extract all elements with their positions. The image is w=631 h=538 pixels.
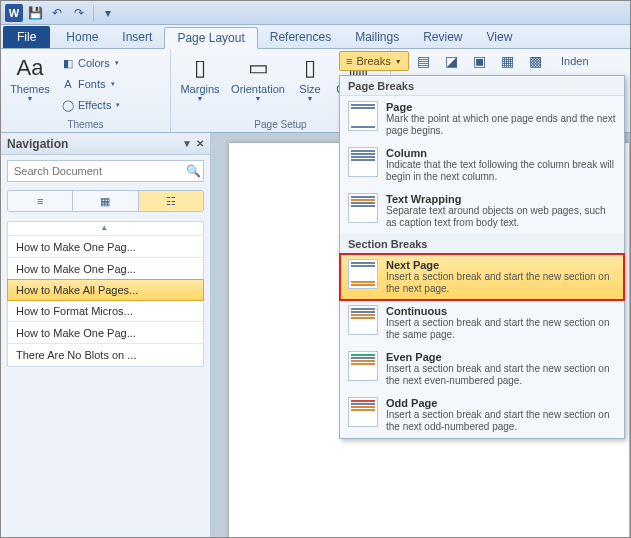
column-break-icon <box>348 147 378 177</box>
nav-view-tabs: ≡ ▦ ☷ <box>7 190 204 212</box>
orientation-icon: ▭ <box>243 53 273 83</box>
size-button[interactable]: ▯Size▼ <box>291 51 329 104</box>
page-breaks-section-header: Page Breaks <box>340 76 624 96</box>
effects-icon: ◯ <box>61 98 75 112</box>
even-page-break-icon <box>348 351 378 381</box>
nav-collapse-icon[interactable]: ▴ <box>8 222 203 236</box>
size-icon: ▯ <box>295 53 325 83</box>
size-label: Size <box>299 83 320 95</box>
tab-home[interactable]: Home <box>54 26 110 48</box>
tab-references[interactable]: References <box>258 26 343 48</box>
break-title: Page <box>386 101 616 113</box>
theme-fonts-button[interactable]: AFonts▾ <box>61 74 120 94</box>
theme-effects-button[interactable]: ◯Effects▾ <box>61 95 120 115</box>
nav-item-selected[interactable]: How to Make All Pages... <box>7 279 204 301</box>
tab-file[interactable]: File <box>3 26 50 48</box>
breaks-dropdown-menu: Page Breaks PageMark the point at which … <box>339 75 625 439</box>
break-desc: Indicate that the text following the col… <box>386 159 616 183</box>
odd-page-break-icon <box>348 397 378 427</box>
break-title: Even Page <box>386 351 616 363</box>
orientation-label: Orientation <box>231 83 285 95</box>
break-desc: Insert a section break and start the new… <box>386 363 616 387</box>
breaks-label: Breaks <box>356 55 390 67</box>
ribbon-tabs: File Home Insert Page Layout References … <box>1 25 630 49</box>
theme-colors-button[interactable]: ◧Colors▾ <box>61 53 120 73</box>
qat-customize-icon[interactable]: ▾ <box>98 4 118 22</box>
navigation-pane: Navigation ▼ ✕ 🔍 ≡ ▦ ☷ ▴ How to Make One… <box>1 133 211 537</box>
break-page[interactable]: PageMark the point at which one page end… <box>340 96 624 142</box>
palette-icon: ◧ <box>61 56 75 70</box>
break-desc: Mark the point at which one page ends an… <box>386 113 616 137</box>
redo-icon[interactable]: ↷ <box>69 4 89 22</box>
search-input[interactable] <box>8 165 183 177</box>
themes-button[interactable]: Aa Themes ▼ <box>5 51 55 104</box>
break-title: Continuous <box>386 305 616 317</box>
nav-close-icon[interactable]: ✕ <box>196 138 204 149</box>
break-title: Next Page <box>386 259 616 271</box>
chevron-down-icon: ▼ <box>395 58 402 65</box>
page-break-icon <box>348 101 378 131</box>
hyphenation-icon[interactable]: ▩ <box>525 51 545 71</box>
orientation-button[interactable]: ▭Orientation▼ <box>229 51 287 104</box>
word-app-icon: W <box>5 4 23 22</box>
qat-separator <box>93 5 94 21</box>
tab-view[interactable]: View <box>475 26 525 48</box>
break-desc: Insert a section break and start the new… <box>386 317 616 341</box>
search-box[interactable]: 🔍 <box>7 160 204 182</box>
break-desc: Insert a section break and start the new… <box>386 409 616 433</box>
line-numbers-icon[interactable]: ▦ <box>497 51 517 71</box>
search-icon[interactable]: 🔍 <box>183 164 203 178</box>
themes-label: Themes <box>10 83 50 95</box>
break-column[interactable]: ColumnIndicate that the text following t… <box>340 142 624 188</box>
break-desc: Insert a section break and start the new… <box>386 271 616 295</box>
page-borders-icon[interactable]: ▣ <box>469 51 489 71</box>
break-title: Odd Page <box>386 397 616 409</box>
navigation-header: Navigation ▼ ✕ <box>1 133 210 155</box>
colors-label: Colors <box>78 57 110 69</box>
margins-button[interactable]: ▯Margins▼ <box>175 51 225 104</box>
break-odd-page[interactable]: Odd PageInsert a section break and start… <box>340 392 624 438</box>
quick-access-toolbar: W 💾 ↶ ↷ ▾ <box>1 1 630 25</box>
margins-label: Margins <box>180 83 219 95</box>
continuous-break-icon <box>348 305 378 335</box>
nav-tab-pages[interactable]: ▦ <box>73 191 138 211</box>
navigation-title: Navigation <box>7 137 68 151</box>
fonts-label: Fonts <box>78 78 106 90</box>
breaks-icon: ≡ <box>346 55 352 67</box>
effects-label: Effects <box>78 99 111 111</box>
nav-item[interactable]: How to Make One Pag... <box>8 236 203 258</box>
break-desc: Separate text around objects on web page… <box>386 205 616 229</box>
break-continuous[interactable]: ContinuousInsert a section break and sta… <box>340 300 624 346</box>
break-title: Column <box>386 147 616 159</box>
tab-insert[interactable]: Insert <box>110 26 164 48</box>
page-color-icon[interactable]: ◪ <box>441 51 461 71</box>
undo-icon[interactable]: ↶ <box>47 4 67 22</box>
breaks-button[interactable]: ≡ Breaks ▼ <box>339 51 409 71</box>
nav-item[interactable]: How to Format Micros... <box>8 300 203 322</box>
tab-review[interactable]: Review <box>411 26 474 48</box>
chevron-down-icon: ▼ <box>27 95 34 102</box>
nav-tab-results[interactable]: ☷ <box>139 191 203 211</box>
nav-menu-icon[interactable]: ▼ <box>182 138 192 149</box>
nav-heading-list: ▴ How to Make One Pag... How to Make One… <box>7 221 204 367</box>
group-themes: Aa Themes ▼ ◧Colors▾ AFonts▾ ◯Effects▾ T… <box>1 49 171 132</box>
watermark-icon[interactable]: ▤ <box>413 51 433 71</box>
save-icon[interactable]: 💾 <box>25 4 45 22</box>
nav-tab-headings[interactable]: ≡ <box>8 191 73 211</box>
nav-item[interactable]: There Are No Blots on ... <box>8 344 203 366</box>
tab-mailings[interactable]: Mailings <box>343 26 411 48</box>
section-breaks-section-header: Section Breaks <box>340 234 624 254</box>
tab-page-layout[interactable]: Page Layout <box>164 27 257 49</box>
group-title-themes: Themes <box>5 118 166 132</box>
text-wrapping-break-icon <box>348 193 378 223</box>
break-even-page[interactable]: Even PageInsert a section break and star… <box>340 346 624 392</box>
margins-icon: ▯ <box>185 53 215 83</box>
ribbon-extra-icons: ▤ ◪ ▣ ▦ ▩ Inden <box>413 51 589 71</box>
nav-item[interactable]: How to Make One Pag... <box>8 258 203 280</box>
nav-item[interactable]: How to Make One Pag... <box>8 322 203 344</box>
themes-icon: Aa <box>15 53 45 83</box>
break-title: Text Wrapping <box>386 193 616 205</box>
break-text-wrapping[interactable]: Text WrappingSeparate text around object… <box>340 188 624 234</box>
font-icon: A <box>61 77 75 91</box>
break-next-page[interactable]: Next PageInsert a section break and star… <box>340 254 624 300</box>
